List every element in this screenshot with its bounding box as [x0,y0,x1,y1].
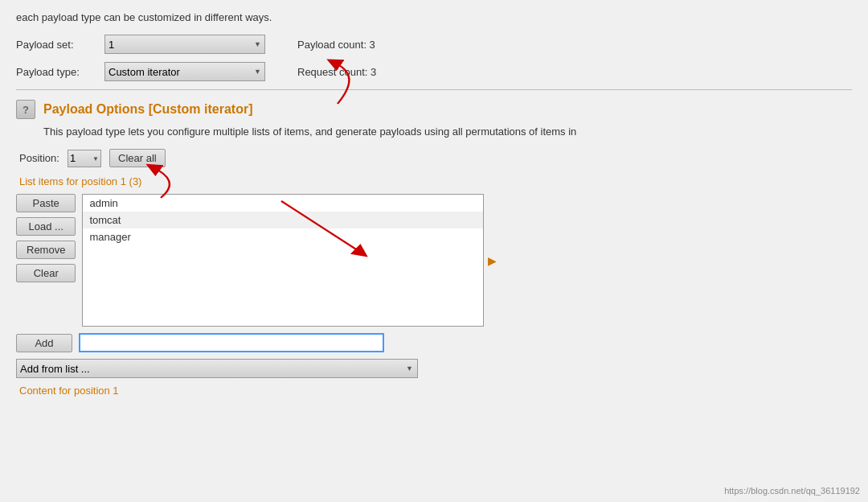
add-row: Add [16,333,852,352]
payload-set-label: Payload set: [16,39,88,51]
scroll-right-arrow: ▶ [488,254,497,267]
position-row: Position: 1 2 3 Clear all [16,149,852,167]
paste-button[interactable]: Paste [16,194,76,212]
payload-type-label: Payload type: [16,66,88,78]
position-select-wrapper: 1 2 3 [68,150,101,167]
items-list: admin tomcat manager [82,194,484,327]
payload-set-select[interactable]: 1 2 3 [104,35,265,54]
payload-set-row: Payload set: 1 2 3 Payload count: 3 [16,35,852,54]
load-button[interactable]: Load ... [16,217,76,236]
add-button[interactable]: Add [16,334,72,352]
payload-type-select-wrapper: Custom iterator Simple list Runtime file [104,62,265,81]
position-label: Position: [19,152,59,164]
request-count-label: Request count: 3 [297,66,376,78]
section-title: Payload Options [Custom iterator] [43,102,252,117]
list-action-buttons: Paste Load ... Remove Clear [16,194,76,327]
list-item[interactable]: tomcat [83,212,483,228]
next-position-label: Content for position 1 [16,385,852,397]
add-input[interactable] [79,333,384,352]
position-select[interactable]: 1 2 3 [68,150,101,167]
add-from-list-select[interactable]: Add from list ... [16,359,418,378]
add-from-list-wrapper: Add from list ... [16,359,418,378]
section-description: This payload type lets you configure mul… [16,126,852,138]
clear-button[interactable]: Clear [16,264,76,282]
payload-set-select-wrapper: 1 2 3 [104,35,265,54]
list-area: Paste Load ... Remove Clear admin tomcat… [16,194,852,327]
divider [16,89,852,90]
section-header: ? Payload Options [Custom iterator] [16,100,852,119]
remove-button[interactable]: Remove [16,241,76,259]
add-from-list-row: Add from list ... [16,359,852,378]
list-item[interactable]: manager [83,228,483,245]
help-button[interactable]: ? [16,100,35,119]
bottom-right-url: https://blog.csdn.net/qq_36119192 [724,486,860,496]
clear-all-button[interactable]: Clear all [109,149,166,167]
top-description: each payload type can be customized in d… [16,8,852,23]
payload-type-row: Payload type: Custom iterator Simple lis… [16,62,852,81]
payload-type-select[interactable]: Custom iterator Simple list Runtime file [104,62,265,81]
list-item[interactable]: admin [83,195,483,212]
payload-count-label: Payload count: 3 [297,39,375,51]
list-section-label: List items for position 1 (3) [16,175,852,187]
